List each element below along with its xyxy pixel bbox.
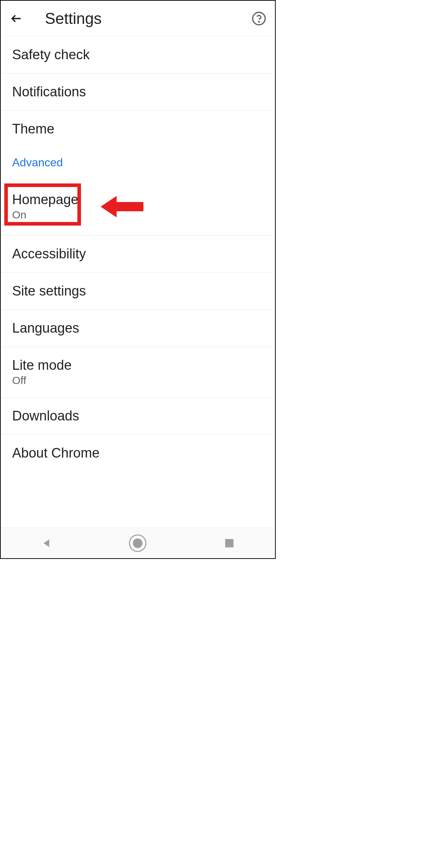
settings-list: Safety check Notifications Theme Advance… bbox=[1, 36, 275, 471]
svg-marker-4 bbox=[44, 539, 49, 547]
setting-label: Notifications bbox=[12, 84, 264, 100]
setting-label: Theme bbox=[12, 121, 264, 137]
setting-lite-mode[interactable]: Lite mode Off bbox=[1, 347, 275, 398]
setting-label: Homepage bbox=[12, 192, 264, 207]
nav-recent-button[interactable] bbox=[220, 534, 238, 552]
navigation-bar bbox=[1, 528, 275, 558]
nav-back-button[interactable] bbox=[37, 534, 55, 552]
setting-site-settings[interactable]: Site settings bbox=[1, 273, 275, 310]
help-icon[interactable] bbox=[251, 11, 266, 26]
setting-label: Safety check bbox=[12, 47, 264, 62]
svg-point-6 bbox=[133, 538, 143, 548]
svg-rect-7 bbox=[225, 539, 233, 547]
page-title: Settings bbox=[45, 10, 102, 27]
setting-languages[interactable]: Languages bbox=[1, 310, 275, 347]
setting-label: Site settings bbox=[12, 283, 264, 299]
section-header-advanced: Advanced bbox=[1, 147, 275, 178]
setting-safety-check[interactable]: Safety check bbox=[1, 36, 275, 74]
svg-point-2 bbox=[259, 21, 259, 22]
setting-downloads[interactable]: Downloads bbox=[1, 398, 275, 435]
setting-label: Downloads bbox=[12, 408, 264, 424]
setting-label: Accessibility bbox=[12, 246, 264, 262]
setting-theme[interactable]: Theme bbox=[1, 111, 275, 147]
back-icon[interactable] bbox=[9, 11, 24, 26]
setting-label: About Chrome bbox=[12, 445, 264, 461]
setting-notifications[interactable]: Notifications bbox=[1, 74, 275, 111]
header: Settings bbox=[1, 1, 275, 36]
setting-homepage[interactable]: Homepage On bbox=[1, 178, 275, 236]
setting-label: Lite mode bbox=[12, 358, 264, 373]
setting-about-chrome[interactable]: About Chrome bbox=[1, 435, 275, 471]
nav-home-button[interactable] bbox=[129, 534, 147, 552]
setting-label: Languages bbox=[12, 321, 264, 336]
setting-accessibility[interactable]: Accessibility bbox=[1, 236, 275, 273]
setting-sublabel: Off bbox=[12, 374, 264, 387]
setting-sublabel: On bbox=[12, 209, 264, 221]
